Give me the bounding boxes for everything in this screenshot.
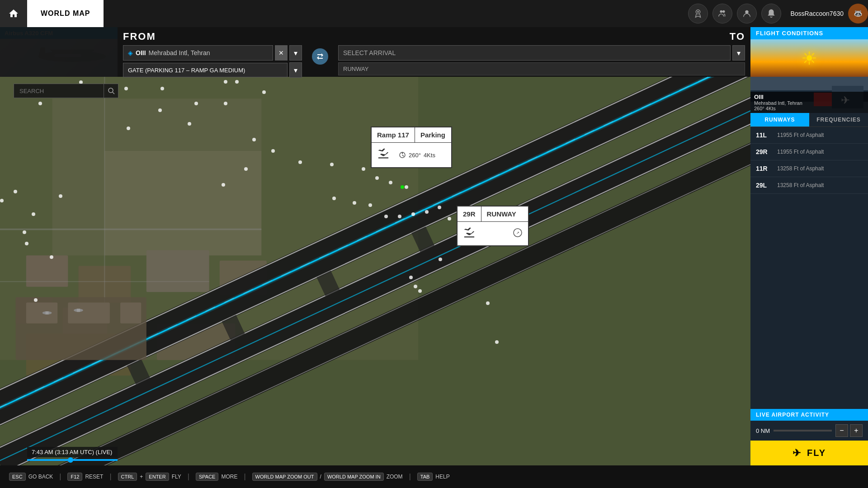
live-activity-header: LIVE AIRPORT ACTIVITY [750, 409, 868, 421]
flight-conditions-body: ☀ [750, 39, 868, 77]
swap-button[interactable] [312, 48, 328, 65]
nav-icons [688, 4, 790, 23]
airport-preview: ✈ OIII Mehrabad Intl, Tehran 260° 4Kts [750, 77, 868, 113]
runway-list-item[interactable]: 11R 13258 Ft of Asphalt [750, 160, 868, 177]
time-display-container: 7:43 AM (3:13 AM UTC) (LIVE) [27, 447, 118, 461]
runway-list-desc: 11955 Ft of Asphalt [777, 132, 824, 138]
right-panel: ✈ OIII Mehrabad Intl, Tehran 260° 4Kts R… [750, 77, 868, 465]
group-icon[interactable] [712, 4, 732, 23]
map-dot [194, 102, 198, 105]
map-dot [127, 127, 130, 130]
user-avatar: 🦝 [848, 4, 868, 23]
map-dot [439, 258, 442, 261]
map-dot [235, 80, 239, 84]
home-button[interactable] [0, 0, 27, 27]
ramp-title-right: Parking [415, 127, 451, 142]
arrival-input-row: SELECT ARRIVAL ▾ [338, 45, 745, 61]
zoom-plus-button[interactable]: + [850, 424, 863, 437]
svg-text:↗: ↗ [516, 231, 519, 235]
tab-runways[interactable]: RUNWAYS [750, 113, 809, 127]
airport-input[interactable]: ◈ OIII Mehrabad Intl, Tehran [123, 45, 273, 61]
arrival-dropdown-button[interactable]: ▾ [732, 45, 745, 61]
time-slider-track[interactable] [27, 459, 118, 461]
map-dot [23, 230, 26, 234]
runway-list-item[interactable]: 29L 13258 Ft of Asphalt [750, 177, 868, 194]
map-dot [262, 90, 266, 94]
tab-frequencies[interactable]: FREQUENCIES [809, 113, 868, 127]
map-dot [298, 160, 302, 164]
ramp-panel-header: Ramp 117 Parking [372, 127, 451, 143]
zoom-in-key: WORLD MAP ZOOM IN [324, 473, 384, 481]
map-dot [353, 201, 356, 205]
more-label: MORE [221, 474, 237, 480]
profile-icon[interactable] [737, 4, 757, 23]
map-dot [409, 276, 413, 279]
search-input[interactable] [14, 84, 104, 98]
map-dot [414, 285, 417, 288]
search-button[interactable] [104, 84, 118, 98]
map-dot [32, 212, 35, 216]
to-section: TO SELECT ARRIVAL ▾ RUNWAY [333, 27, 750, 77]
map-dot [252, 138, 256, 141]
map-dot [375, 176, 379, 180]
header-bar: FROM ◈ OIII Mehrabad Intl, Tehran ✕ ▾ GA… [0, 27, 868, 77]
top-navigation: WORLD MAP [0, 0, 868, 27]
runway-list-id: 29L [756, 182, 772, 189]
svg-point-4 [745, 10, 749, 14]
runways-list: 11L 11955 Ft of Asphalt 29R 11955 Ft of … [750, 127, 868, 409]
enter-key: ENTER [146, 473, 169, 481]
map-dot [271, 149, 275, 153]
wind-info: 260° 4Kts [399, 151, 435, 159]
map-dot [0, 199, 4, 202]
runway-label: RUNWAY [338, 62, 745, 75]
map-dot [188, 122, 191, 126]
airport-dropdown-button[interactable]: ▾ [289, 45, 302, 61]
esc-key: ESC [9, 473, 26, 481]
map-dot [160, 87, 164, 90]
runway-list-id: 11R [756, 165, 772, 172]
gate-select[interactable]: GATE (PARKING 117 – RAMP GA MEDIUM) [123, 63, 288, 77]
bell-icon[interactable] [761, 4, 781, 23]
zoom-label: ZOOM [387, 474, 403, 480]
svg-point-1 [698, 11, 699, 13]
go-back-label: GO BACK [28, 474, 53, 480]
runway-list-id: 29R [756, 148, 772, 155]
zoom-minus-button[interactable]: − [835, 424, 848, 437]
sun-icon: ☀ [801, 48, 817, 69]
user-info: BossRaccoon7630 🦝 [790, 4, 868, 23]
fly-plane-icon: ✈ [793, 447, 802, 459]
plane-departure-icon [377, 147, 390, 163]
runway-list-desc: 11955 Ft of Asphalt [777, 149, 824, 155]
waypoint-icon: ◈ [128, 49, 133, 56]
airport-name-text: Mehrabad Intl, Tehran [149, 49, 210, 56]
airport-code: OIII [136, 49, 146, 56]
ramp-panel-body: 260° 4Kts [372, 143, 451, 167]
runway-list-item[interactable]: 29R 11955 Ft of Asphalt [750, 144, 868, 160]
bottom-bar: ESC GO BACK | F12 RESET | CTRL + ENTER F… [0, 465, 868, 488]
search-bar [14, 84, 118, 98]
arrival-input[interactable]: SELECT ARRIVAL [338, 45, 731, 61]
airport-input-row: ◈ OIII Mehrabad Intl, Tehran ✕ ▾ [123, 45, 302, 61]
runway-id-label: 29R [458, 206, 481, 221]
runway-panel-header: 29R RUNWAY [458, 206, 528, 222]
svg-line-55 [402, 155, 404, 156]
svg-line-52 [113, 92, 114, 94]
achievement-icon[interactable] [688, 4, 708, 23]
map-dot [14, 190, 17, 193]
zoom-out-key: WORLD MAP ZOOM OUT [252, 473, 317, 481]
map-dot [332, 197, 336, 200]
zoom-controls: − + [835, 424, 863, 437]
map-dot [222, 183, 225, 187]
time-display: 7:43 AM (3:13 AM UTC) (LIVE) [27, 447, 118, 457]
time-slider-thumb[interactable] [68, 457, 73, 463]
fly-shortcut-label: FLY [172, 474, 181, 480]
world-map-tab[interactable]: WORLD MAP [27, 0, 104, 27]
fly-button[interactable]: ✈ FLY [750, 441, 868, 465]
flight-conditions-header: FLIGHT CONDITIONS [750, 27, 868, 39]
gate-dropdown-button[interactable]: ▾ [289, 62, 302, 78]
ramp-title-left: Ramp 117 [372, 127, 415, 142]
right-panel-tabs: RUNWAYS FREQUENCIES [750, 113, 868, 127]
runway-panel-body: ↗ [458, 222, 528, 245]
clear-button[interactable]: ✕ [275, 45, 288, 61]
runway-list-item[interactable]: 11L 11955 Ft of Asphalt [750, 127, 868, 144]
